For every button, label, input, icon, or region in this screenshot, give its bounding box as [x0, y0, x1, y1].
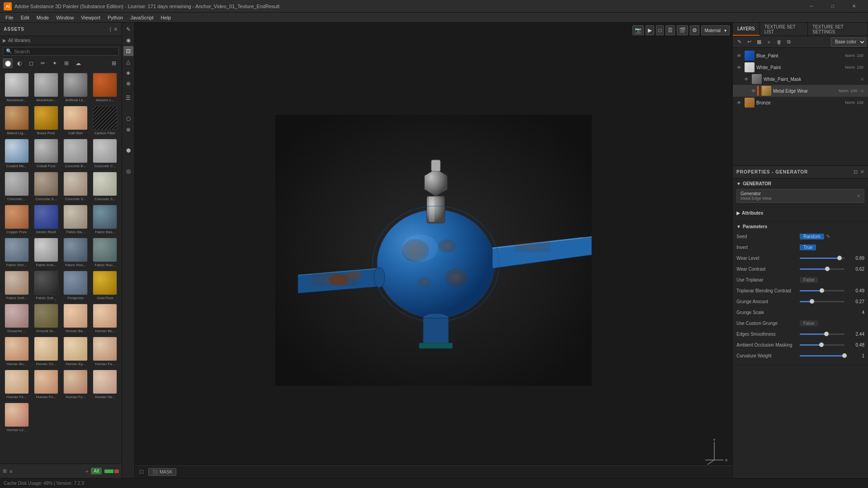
generator-close-icon[interactable]: ✕ — [857, 193, 860, 198]
list-item[interactable]: Aluminium... — [32, 72, 60, 103]
list-item[interactable]: Human Fo... — [32, 369, 60, 400]
bottom-grid-icon[interactable]: ⊞ — [3, 468, 7, 474]
tab-texture-set-settings[interactable]: TEXTURE SET SETTINGS — [808, 23, 868, 36]
list-item[interactable]: Footprints — [62, 270, 90, 301]
viewport-settings-icon[interactable]: ⚙ — [690, 25, 699, 35]
list-item[interactable]: Human Ba... — [62, 303, 90, 334]
layer-visibility-icon[interactable]: 👁 — [736, 52, 743, 59]
viewport-monitor-icon[interactable]: □ — [656, 25, 664, 35]
filter-square-icon[interactable]: ◻ — [26, 58, 36, 68]
list-item[interactable]: Fabric Knit... — [32, 237, 60, 268]
slider-track[interactable] — [800, 301, 844, 302]
tool-eraser[interactable]: ◈ — [123, 68, 133, 78]
properties-pop-icon[interactable]: ⊡ — [854, 169, 858, 175]
list-item[interactable]: Human Fa... — [91, 336, 119, 367]
list-item[interactable]: Human Le... — [3, 402, 30, 433]
list-item[interactable]: Coated Me... — [3, 138, 30, 169]
list-item[interactable]: Cobalt Pure — [32, 138, 60, 169]
grid-view-icon[interactable]: ⊞ — [109, 58, 119, 68]
list-item[interactable]: Ground Gr... — [32, 303, 60, 334]
slider-container[interactable]: 0.27 — [800, 299, 864, 304]
edit-icon[interactable]: ✎ — [826, 234, 830, 239]
search-input[interactable] — [14, 49, 116, 54]
material-dropdown[interactable]: Material ▾ — [701, 25, 730, 35]
slider-container[interactable]: 0.49 — [800, 288, 864, 293]
menu-item-help[interactable]: Help — [157, 14, 175, 21]
table-row[interactable]: 👁 Metal Edge Wear Norm 100 ✕ — [733, 85, 868, 97]
close-button[interactable]: ✕ — [844, 0, 864, 13]
list-item[interactable]: Baked Lig... — [3, 105, 30, 136]
viewport-camera2-icon[interactable]: 🎬 — [677, 25, 688, 35]
layer-tool-add[interactable]: + — [764, 38, 774, 47]
tab-layers[interactable]: LAYERS — [733, 23, 760, 36]
list-item[interactable]: Autumn L... — [91, 72, 119, 103]
menu-item-javascript[interactable]: JavaScript — [127, 14, 157, 21]
menu-item-mode[interactable]: Mode — [33, 14, 53, 21]
layer-tool-mask[interactable]: ▦ — [755, 38, 764, 47]
list-item[interactable]: Concrete C... — [91, 138, 119, 169]
filter-tag-icon[interactable]: ✦ — [50, 58, 60, 68]
list-item[interactable]: Concrete B... — [62, 138, 90, 169]
list-item[interactable]: Concrete S... — [32, 171, 60, 202]
tool-fill[interactable]: ⊡ — [123, 46, 133, 56]
properties-close-icon[interactable]: ✕ — [860, 169, 864, 175]
viewport-layers-icon[interactable]: ☰ — [665, 25, 675, 35]
slider-track[interactable] — [800, 355, 844, 357]
tool-clone[interactable]: ⊕ — [123, 79, 133, 89]
tool-smudge[interactable]: ◉ — [123, 35, 133, 45]
assets-close-icon[interactable]: ✕ — [113, 26, 118, 33]
viewport-camera-icon[interactable]: 📷 — [632, 25, 644, 35]
layer-visibility-icon[interactable]: 👁 — [736, 99, 743, 106]
list-item[interactable]: Human Fe... — [3, 369, 30, 400]
filter-brush-icon[interactable]: ◐ — [14, 58, 24, 68]
library-label[interactable]: All libraries — [8, 38, 30, 43]
list-item[interactable]: Human Ch... — [32, 336, 60, 367]
layer-visibility-icon[interactable]: 👁 — [743, 75, 750, 83]
slider-track[interactable] — [800, 268, 844, 270]
minimize-button[interactable]: ─ — [801, 0, 822, 13]
list-item[interactable]: Human Fo... — [62, 369, 90, 400]
list-item[interactable]: Fabric Rou... — [62, 237, 90, 268]
menu-item-viewport[interactable]: Viewport — [77, 14, 104, 21]
list-item[interactable]: Carbon Fiber — [91, 105, 119, 136]
list-item[interactable]: Fabric Den... — [3, 237, 30, 268]
list-item[interactable]: Human He... — [91, 369, 119, 400]
tool-text[interactable]: ⬢ — [123, 145, 133, 155]
bottom-list-icon[interactable]: ≡ — [9, 469, 12, 474]
param-value-badge[interactable]: Random — [800, 234, 824, 239]
list-item[interactable]: Fabric Ba... — [62, 204, 90, 235]
menu-item-python[interactable]: Python — [104, 14, 127, 21]
list-item[interactable]: Aluminium... — [3, 72, 30, 103]
list-item[interactable]: Copper Pure — [3, 204, 30, 235]
list-item[interactable]: Fabric Suit _ — [32, 270, 60, 301]
list-item[interactable]: Gold Pure — [91, 270, 119, 301]
slider-container[interactable]: 0.89 — [800, 256, 864, 261]
table-row[interactable]: 👁 White_Paint_Mask ✕ — [733, 73, 868, 85]
list-item[interactable]: Artificial Le... — [62, 72, 90, 103]
tool-layer[interactable]: ☰ — [123, 93, 133, 103]
list-item[interactable]: Fabric Bas... — [91, 204, 119, 235]
slider-container[interactable]: 1 — [800, 353, 864, 358]
attributes-header[interactable]: ▶ Attributes — [736, 211, 864, 216]
viewport-play-icon[interactable]: ▶ — [646, 25, 654, 35]
parameters-header[interactable]: ▼ Parameters — [736, 224, 864, 229]
list-item[interactable]: Concrete S... — [62, 171, 90, 202]
list-item[interactable]: Human Bu... — [3, 336, 30, 367]
list-item[interactable]: Concrete ... — [3, 171, 30, 202]
layer-visibility-icon[interactable]: 👁 — [750, 87, 757, 94]
menu-item-edit[interactable]: Edit — [17, 14, 33, 21]
list-item[interactable]: Human Be... — [91, 303, 119, 334]
slider-track[interactable] — [800, 258, 844, 259]
generator-section-header[interactable]: ▼ GENERATOR — [736, 181, 864, 186]
table-row[interactable]: 👁 Blue_Paint Norm 100 — [733, 50, 868, 61]
tool-select[interactable]: ⬡ — [123, 114, 133, 124]
list-item[interactable]: Gouache ... — [3, 303, 30, 334]
layer-tool-paint[interactable]: ✎ — [735, 38, 744, 47]
list-item[interactable]: Human Ey... — [62, 336, 90, 367]
layer-tool-dup[interactable]: ⧉ — [784, 38, 793, 47]
filter-cloud-icon[interactable]: ☁ — [73, 58, 83, 68]
list-item[interactable]: Fabric Soft... — [3, 270, 30, 301]
tab-texture-set-list[interactable]: TEXTURE SET LIST — [760, 23, 808, 36]
filter-sphere-icon[interactable]: ⬤ — [3, 58, 13, 68]
assets-expand-icon[interactable]: ⟨ — [109, 26, 112, 33]
